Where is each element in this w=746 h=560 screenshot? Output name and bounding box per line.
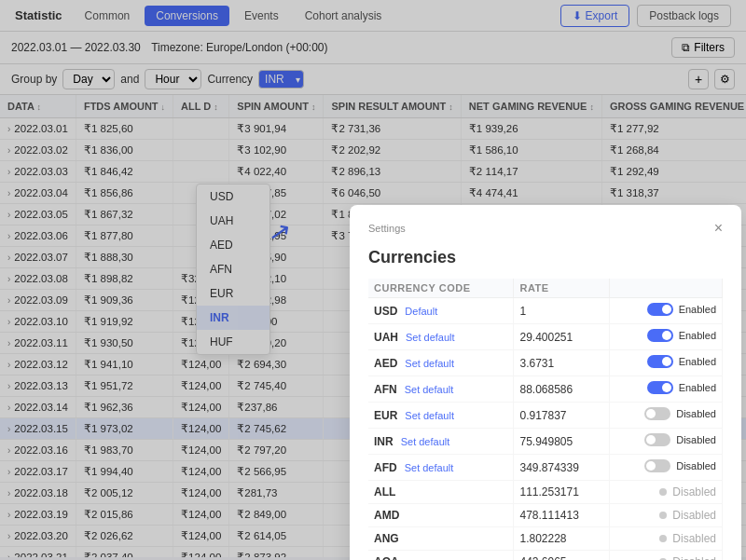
currency-code-cell: AFD	[374, 461, 397, 474]
toggle-knob	[646, 435, 656, 444]
disabled-label: Disabled	[672, 485, 716, 499]
currency-row: ALL111.253171Disabled	[368, 481, 723, 504]
currency-toggle[interactable]	[647, 381, 673, 394]
currency-row: USDDefault1Enabled	[368, 298, 723, 324]
currency-row: INRSet default75.949805Disabled	[368, 429, 723, 455]
rate-cell: 442.6965	[514, 551, 610, 558]
status-dot	[659, 512, 667, 519]
toggle-label: Enabled	[679, 356, 716, 367]
currency-code-cell: AFN	[374, 383, 397, 396]
modal-overlay[interactable]: Settings × Currencies CURRENCY CODE RATE…	[0, 0, 746, 557]
modal-header: Settings ×	[368, 220, 723, 237]
toggle-knob	[662, 331, 671, 340]
currency-toggle[interactable]	[644, 407, 670, 420]
currency-row: EURSet default0.917837Disabled	[368, 403, 723, 429]
modal-col-rate: RATE	[514, 279, 610, 298]
set-default-button[interactable]: Set default	[401, 436, 450, 447]
rate-cell: 349.874339	[514, 455, 610, 481]
modal-col-status	[610, 279, 723, 298]
currency-row: AMD478.111413Disabled	[368, 504, 723, 527]
currency-code-cell: ALL	[374, 485, 395, 499]
currency-row: AFNSet default88.068586Enabled	[368, 376, 723, 403]
modal-col-code: CURRENCY CODE	[368, 279, 514, 298]
rate-cell: 1	[514, 298, 610, 324]
modal-title: Currencies	[368, 248, 723, 267]
currency-toggle[interactable]	[647, 329, 673, 342]
toggle-label: Enabled	[679, 304, 716, 315]
currency-toggle[interactable]	[644, 459, 670, 472]
status-dot	[659, 535, 667, 542]
status-dot	[659, 488, 667, 496]
rate-cell: 0.917837	[514, 403, 610, 429]
rate-cell: 29.400251	[514, 324, 610, 350]
set-default-button[interactable]: Set default	[405, 384, 454, 395]
rate-cell: 1.802228	[514, 527, 610, 551]
currency-toggle[interactable]	[647, 303, 673, 316]
currency-code-cell: AED	[374, 357, 397, 370]
currency-code-cell: AMD	[374, 509, 399, 522]
currency-toggle[interactable]	[644, 433, 670, 446]
currency-row: AOA442.6965Disabled	[368, 551, 723, 558]
rate-cell: 478.111413	[514, 504, 610, 527]
toggle-knob	[646, 461, 656, 471]
set-default-button[interactable]: Set default	[405, 462, 454, 473]
set-default-button[interactable]: Set default	[405, 358, 454, 369]
currency-row: AEDSet default3.6731Enabled	[368, 350, 723, 376]
toggle-label: Disabled	[676, 434, 716, 445]
currencies-table: CURRENCY CODE RATE USDDefault1EnabledUAH…	[368, 279, 723, 557]
modal-close-button[interactable]: ×	[714, 220, 723, 237]
toggle-label: Disabled	[676, 408, 716, 419]
rate-cell: 111.253171	[514, 481, 610, 504]
currency-code-cell: USD	[374, 305, 397, 318]
currencies-modal: Settings × Currencies CURRENCY CODE RATE…	[350, 205, 741, 557]
currency-code-cell: ANG	[374, 532, 399, 545]
toggle-label: Disabled	[676, 460, 716, 471]
set-default-button[interactable]: Set default	[406, 332, 455, 343]
toggle-label: Enabled	[679, 330, 716, 341]
currency-row: AFDSet default349.874339Disabled	[368, 455, 723, 481]
rate-cell: 88.068586	[514, 376, 610, 403]
currency-toggle[interactable]	[647, 355, 673, 368]
toggle-knob	[662, 357, 671, 366]
disabled-label: Disabled	[672, 509, 716, 522]
currency-code-cell: AOA	[374, 555, 399, 557]
currency-row: UAHSet default29.400251Enabled	[368, 324, 723, 350]
currency-code-cell: EUR	[374, 409, 397, 422]
currency-code-cell: INR	[374, 435, 394, 448]
toggle-knob	[646, 409, 656, 418]
default-badge: Default	[405, 306, 437, 317]
toggle-label: Enabled	[679, 382, 716, 393]
disabled-label: Disabled	[672, 555, 716, 557]
settings-label-small: Settings	[368, 223, 406, 234]
currency-row: ANG1.802228Disabled	[368, 527, 723, 551]
set-default-button[interactable]: Set default	[405, 410, 454, 421]
currency-code-cell: UAH	[374, 331, 398, 344]
rate-cell: 75.949805	[514, 429, 610, 455]
disabled-label: Disabled	[672, 532, 716, 545]
rate-cell: 3.6731	[514, 350, 610, 376]
toggle-knob	[662, 383, 671, 392]
toggle-knob	[662, 305, 671, 314]
